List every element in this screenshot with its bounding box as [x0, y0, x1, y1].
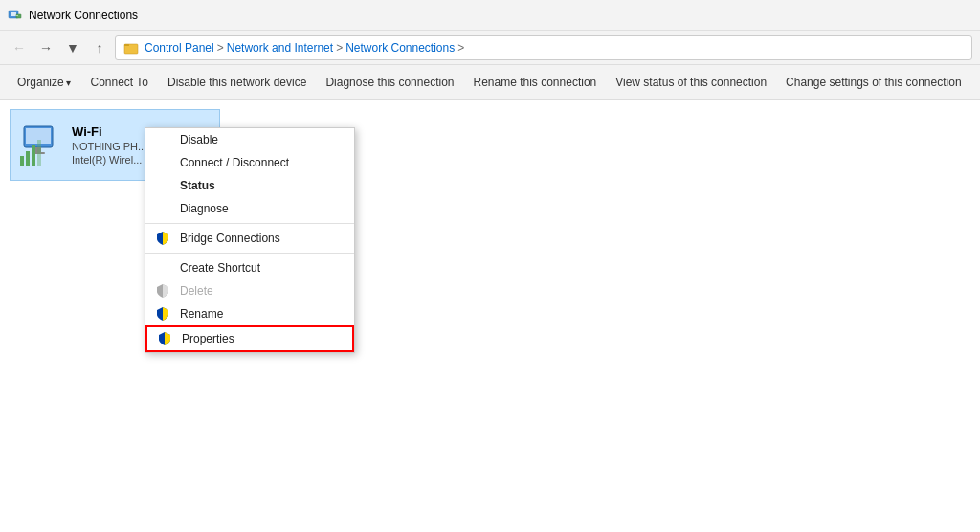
toolbar-rename[interactable]: Rename this connection	[463, 72, 606, 93]
content-area: Wi-Fi NOTHING PH... Intel(R) Wirel... Di…	[0, 100, 980, 532]
menu-status[interactable]: Status	[145, 174, 354, 197]
menu-rename[interactable]: Rename	[145, 302, 354, 325]
menu-diagnose[interactable]: Diagnose	[145, 197, 354, 220]
forward-button[interactable]: →	[34, 36, 57, 59]
svg-rect-1	[11, 12, 16, 16]
shield-icon-bridge	[155, 231, 170, 246]
menu-disable[interactable]: Disable	[145, 128, 354, 151]
wifi-network-item[interactable]: Wi-Fi NOTHING PH... Intel(R) Wirel... Di…	[10, 109, 220, 181]
menu-create-shortcut[interactable]: Create Shortcut	[145, 256, 354, 279]
toolbar-change-settings[interactable]: Change settings of this connection	[776, 72, 970, 93]
svg-rect-10	[20, 156, 24, 166]
title-bar: Network Connections	[0, 0, 980, 31]
network-sub1: NOTHING PH...	[72, 141, 146, 152]
toolbar-diagnose[interactable]: Diagnose this connection	[316, 72, 463, 93]
toolbar-view-status[interactable]: View status of this connection	[606, 72, 776, 93]
menu-connect-disconnect[interactable]: Connect / Disconnect	[145, 151, 354, 174]
window-title: Network Connections	[29, 9, 138, 22]
svg-rect-12	[32, 145, 35, 166]
svg-rect-11	[26, 151, 30, 166]
address-bar: Control Panel > Network and Internet > N…	[115, 35, 972, 60]
shield-icon-properties	[157, 331, 172, 346]
shield-icon-delete	[155, 283, 170, 299]
up-button[interactable]: ↑	[88, 36, 111, 59]
svg-rect-5	[124, 44, 129, 46]
svg-rect-3	[16, 15, 18, 16]
folder-icon	[123, 40, 139, 55]
menu-bridge-connections[interactable]: Bridge Connections	[145, 227, 354, 250]
network-info: Wi-Fi NOTHING PH... Intel(R) Wirel...	[72, 124, 146, 166]
breadcrumb-network-internet[interactable]: Network and Internet	[227, 41, 333, 55]
breadcrumb-control-panel[interactable]: Control Panel	[145, 41, 214, 55]
toolbar-organize[interactable]: Organize	[8, 72, 80, 93]
separator-2	[145, 253, 354, 254]
separator-1	[145, 223, 354, 224]
breadcrumb-network-connections[interactable]: Network Connections	[345, 41, 455, 55]
wifi-icon	[18, 122, 64, 168]
nav-bar: ← → ▼ ↑ Control Panel > Network and Inte…	[0, 31, 980, 65]
window-icon	[8, 8, 23, 23]
toolbar: Organize Connect To Disable this network…	[0, 65, 980, 100]
network-sub2: Intel(R) Wirel...	[72, 154, 146, 166]
svg-rect-13	[37, 140, 41, 166]
shield-icon-rename	[155, 306, 170, 321]
menu-delete[interactable]: Delete	[145, 279, 354, 302]
toolbar-connect-to[interactable]: Connect To	[80, 72, 158, 93]
back-button[interactable]: ←	[8, 36, 31, 59]
menu-properties[interactable]: Properties	[145, 325, 354, 352]
toolbar-disable-device[interactable]: Disable this network device	[158, 72, 316, 93]
network-name: Wi-Fi	[72, 124, 146, 139]
recent-button[interactable]: ▼	[61, 36, 84, 59]
context-menu: Disable Connect / Disconnect Status Diag…	[145, 127, 355, 353]
